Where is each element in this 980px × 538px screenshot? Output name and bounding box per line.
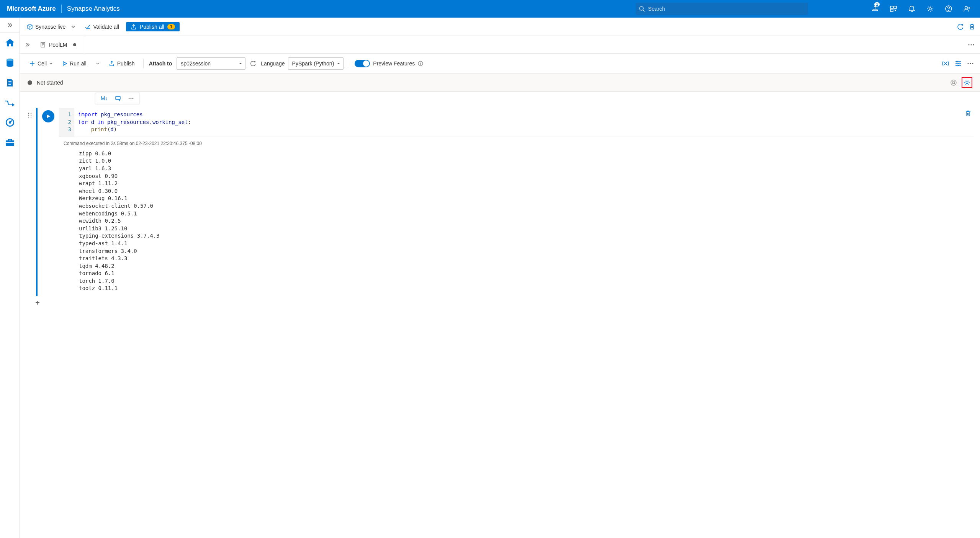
search-icon: [639, 6, 645, 12]
tab-expand-button[interactable]: [20, 42, 35, 47]
svg-rect-4: [890, 9, 893, 11]
run-all-button[interactable]: Run all: [59, 59, 90, 68]
nav-integrate[interactable]: [0, 93, 20, 112]
gear-icon: [964, 79, 970, 86]
help-icon[interactable]: [939, 0, 958, 18]
outline-button[interactable]: [955, 60, 962, 67]
svg-point-29: [957, 61, 958, 62]
add-cell-button[interactable]: Cell: [26, 59, 56, 68]
notebook-toolbar: Cell Run all Publish Attach to sp02sessi…: [20, 54, 980, 73]
validate-label: Validate all: [93, 24, 119, 30]
info-icon[interactable]: [418, 61, 423, 66]
session-settings-button[interactable]: [964, 79, 970, 86]
add-comment-button[interactable]: [113, 95, 123, 102]
svg-rect-2: [890, 6, 893, 8]
attach-dropdown[interactable]: sp02session: [177, 57, 245, 70]
svg-point-35: [951, 80, 956, 85]
publish-label: Publish all: [140, 24, 164, 30]
svg-point-40: [130, 98, 131, 99]
attach-label: Attach to: [149, 60, 172, 67]
brand-separator: [61, 5, 62, 13]
global-search[interactable]: [636, 3, 808, 15]
markdown-label: M↓: [101, 95, 108, 101]
svg-point-8: [965, 7, 968, 9]
toolbox-icon: [5, 138, 15, 147]
svg-rect-12: [8, 83, 11, 83]
service-name: Synapse Analytics: [67, 5, 120, 13]
add-cell-bottom-button[interactable]: +: [26, 296, 974, 307]
run-cell-button[interactable]: [42, 110, 54, 122]
svg-point-37: [966, 82, 968, 83]
code-editor[interactable]: 1 2 3 import pkg_resources for d in pkg_…: [59, 108, 974, 137]
svg-rect-38: [116, 96, 120, 99]
cell-label: Cell: [38, 60, 47, 67]
session-settings-highlight: [962, 77, 972, 88]
language-value: PySpark (Python): [292, 60, 334, 67]
tab-poollm[interactable]: PoolLM: [35, 36, 84, 54]
stop-button[interactable]: [950, 79, 957, 86]
svg-point-32: [968, 63, 969, 64]
search-input[interactable]: [648, 6, 805, 12]
svg-point-42: [28, 113, 29, 114]
toggle-knob: [363, 60, 369, 67]
notebook-icon: [40, 42, 46, 48]
chevron-double-right-icon: [7, 22, 13, 28]
directory-icon[interactable]: 1: [866, 0, 884, 18]
tab-label: PoolLM: [49, 42, 67, 48]
session-refresh-button[interactable]: [249, 59, 258, 68]
play-icon: [46, 114, 51, 119]
convert-markdown-button[interactable]: M↓: [98, 95, 110, 102]
publish-button[interactable]: Publish: [106, 59, 138, 68]
status-dot: [28, 80, 32, 85]
publish-all-button[interactable]: Publish all 1: [126, 22, 180, 31]
svg-point-44: [28, 115, 29, 116]
settings-gear-icon[interactable]: [921, 0, 939, 18]
nav-manage[interactable]: [0, 132, 20, 152]
svg-line-1: [643, 10, 645, 11]
refresh-button[interactable]: [957, 23, 964, 30]
upload-icon: [109, 60, 115, 67]
nav-data[interactable]: [0, 53, 20, 73]
language-dropdown[interactable]: PySpark (Python): [288, 57, 344, 70]
preview-label: Preview Features: [373, 60, 415, 67]
trash-icon: [965, 110, 972, 117]
attach-value: sp02session: [181, 60, 211, 67]
delete-button[interactable]: [969, 23, 975, 30]
preview-toggle[interactable]: [355, 60, 370, 67]
svg-rect-17: [6, 142, 14, 143]
chevron-down-icon: [49, 62, 53, 65]
variables-button[interactable]: [942, 60, 949, 67]
tab-more-button[interactable]: [962, 41, 980, 48]
more-horiz-icon: [967, 60, 974, 67]
account-icon[interactable]: [958, 0, 976, 18]
svg-rect-3: [894, 6, 897, 8]
toolbar-more-button[interactable]: [967, 60, 974, 67]
rail-expand-button[interactable]: [0, 18, 20, 33]
svg-point-7: [949, 10, 949, 11]
mode-selector[interactable]: Synapse live: [25, 22, 78, 31]
home-icon: [5, 37, 15, 48]
nav-monitor[interactable]: [0, 112, 20, 132]
notifications-icon[interactable]: [903, 0, 921, 18]
refresh-icon: [957, 23, 964, 30]
run-all-label: Run all: [70, 60, 87, 67]
nav-home[interactable]: [0, 33, 20, 53]
tab-dirty-indicator: [73, 43, 76, 46]
delete-cell-button[interactable]: [965, 110, 972, 117]
nav-develop[interactable]: [0, 73, 20, 93]
mode-label: Synapse live: [35, 24, 65, 30]
execution-meta: Command executed in 2s 58ms on 02-23-202…: [64, 141, 969, 146]
cell-drag-handle[interactable]: [26, 108, 34, 296]
directory-badge: 1: [874, 2, 880, 7]
validate-all-button[interactable]: Validate all: [82, 22, 121, 31]
svg-point-0: [640, 7, 643, 10]
feedback-icon[interactable]: [884, 0, 903, 18]
cell-more-button[interactable]: [126, 95, 136, 102]
run-dropdown[interactable]: [93, 60, 103, 67]
publish-label: Publish: [117, 60, 135, 67]
svg-point-5: [929, 8, 931, 10]
svg-point-24: [973, 44, 974, 45]
svg-point-34: [972, 63, 973, 64]
svg-point-46: [28, 117, 29, 117]
upload-icon: [131, 24, 137, 30]
